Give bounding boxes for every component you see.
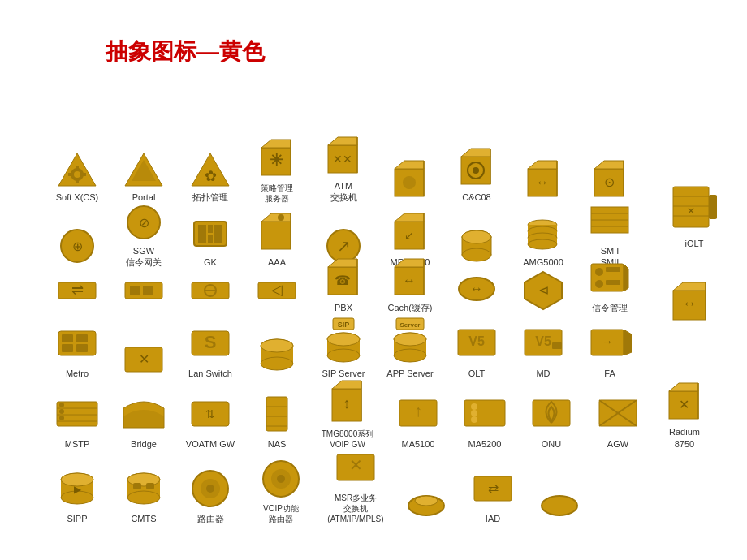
svg-marker-97 (624, 264, 628, 291)
icon-unknown9[interactable] (178, 256, 243, 313)
svg-point-94 (595, 280, 603, 288)
svg-text:⇌: ⇌ (71, 282, 84, 298)
svg-text:✕: ✕ (687, 205, 695, 217)
icon-voatmgw[interactable]: ⇅ VOATM GW (178, 392, 243, 450)
icon-router[interactable]: 路由器 (178, 467, 243, 524)
icon-iad[interactable]: ⇄ IAD (460, 467, 525, 524)
icon-sigling[interactable]: 信令管理 (577, 256, 642, 313)
svg-text:⊙: ⊙ (604, 175, 615, 189)
svg-point-93 (595, 268, 603, 276)
svg-point-136 (59, 409, 64, 414)
svg-rect-6 (83, 173, 86, 176)
svg-rect-43 (208, 235, 213, 243)
svg-marker-29 (528, 161, 557, 169)
icon-topology[interactable]: ✿ 拓扑管理 (178, 147, 243, 204)
icon-portal[interactable]: Portal (111, 147, 176, 204)
svg-text:▶: ▶ (74, 484, 82, 495)
icon-policy[interactable]: ✳ 策略管理服务器 (244, 136, 309, 204)
icon-cc08[interactable]: C&C08 (444, 145, 509, 203)
svg-rect-101 (62, 344, 73, 352)
svg-text:◁: ◁ (271, 282, 283, 298)
icon-unknown3[interactable]: ⊙ (577, 147, 642, 204)
icon-unknown1[interactable] (378, 147, 443, 204)
icon-unknown13[interactable]: ✕ (111, 322, 176, 379)
svg-point-22 (403, 176, 416, 189)
svg-rect-150 (464, 400, 505, 426)
svg-marker-145 (332, 381, 361, 389)
svg-point-48 (278, 214, 284, 221)
svg-marker-12 (261, 140, 291, 148)
svg-text:↑: ↑ (414, 402, 422, 420)
icon-olt[interactable]: V5 OLT (444, 321, 509, 379)
svg-text:⇅: ⇅ (205, 407, 215, 420)
icon-unknown12[interactable]: ⊲ (511, 256, 576, 313)
svg-point-116 (327, 333, 360, 346)
svg-marker-16 (328, 137, 357, 145)
icon-md[interactable]: V5 MD (511, 321, 576, 379)
icon-bridge[interactable]: Bridge (111, 392, 176, 450)
icon-nas[interactable]: NAS (244, 392, 309, 450)
icon-tmg8000[interactable]: ↕ TMG8000系列VOIP GW (311, 377, 384, 450)
svg-rect-41 (198, 225, 206, 243)
svg-point-121 (394, 349, 426, 362)
svg-text:↗: ↗ (337, 237, 351, 255)
svg-marker-81 (328, 259, 357, 267)
svg-rect-172 (146, 483, 154, 489)
icon-radium8750[interactable]: ✕ Radium8750 (652, 380, 717, 450)
svg-point-58 (462, 230, 491, 243)
icon-pbx[interactable]: ☎ PBX (311, 256, 376, 313)
icon-mstp[interactable]: MSTP (45, 392, 110, 450)
icon-unknown11[interactable]: ↔ (444, 256, 509, 313)
svg-rect-102 (76, 344, 88, 352)
svg-point-65 (528, 239, 557, 249)
svg-text:✕✕: ✕✕ (333, 153, 352, 166)
icon-fa[interactable]: → FA (577, 321, 642, 379)
icon-agw[interactable]: AGW (585, 392, 650, 450)
svg-text:⇄: ⇄ (488, 481, 499, 495)
icon-sipserver[interactable]: SIP SIP Server (311, 317, 376, 379)
svg-marker-46 (261, 213, 291, 222)
icon-special-right[interactable]: ↔ (662, 274, 727, 330)
svg-point-182 (415, 496, 438, 506)
icon-msr[interactable]: ✕ MSR多业务交换机(ATM/IP/MPLS) (319, 446, 392, 524)
icon-metro[interactable]: Metro (45, 321, 110, 379)
icon-ma5200[interactable]: MA5200 (452, 392, 517, 450)
icon-voipfunc[interactable]: VOIP功能路由器 (244, 457, 317, 524)
svg-marker-129 (624, 330, 632, 355)
page-title: 抽象图标—黄色 (106, 37, 265, 67)
icon-unknown14[interactable] (244, 322, 309, 379)
svg-rect-3 (76, 166, 79, 169)
icon-ma5100[interactable]: ↑ MA5100 (386, 392, 451, 450)
icon-cache[interactable]: ↔ Cach(缓存) (378, 256, 443, 313)
svg-text:V5: V5 (468, 334, 485, 348)
icon-lanswitch[interactable]: S Lan Switch (178, 321, 243, 379)
icon-onu[interactable]: ONU (519, 392, 584, 450)
icon-unknown10[interactable]: ◁ (244, 256, 309, 313)
icon-atm[interactable]: ✕✕ ATM交换机 (311, 134, 376, 204)
icon-softx[interactable]: Soft X(CS) (45, 147, 110, 204)
svg-text:✿: ✿ (205, 168, 217, 184)
icon-unknown16[interactable] (527, 467, 592, 524)
icon-cmts[interactable]: CMTS (111, 467, 176, 524)
svg-marker-193 (673, 282, 706, 291)
svg-text:↕: ↕ (343, 395, 351, 411)
icon-unknown2[interactable]: ↔ (511, 147, 576, 204)
svg-text:⊲: ⊲ (538, 283, 549, 297)
svg-marker-85 (395, 259, 424, 267)
svg-point-2 (74, 171, 80, 178)
svg-rect-96 (606, 280, 620, 285)
icon-iolt[interactable]: ✕ iOLT (662, 179, 727, 249)
svg-rect-45 (261, 222, 291, 249)
icon-unknown15[interactable] (394, 467, 459, 524)
svg-point-135 (59, 403, 64, 407)
svg-marker-24 (461, 149, 490, 157)
svg-marker-33 (594, 161, 624, 169)
svg-text:⊘: ⊘ (139, 216, 149, 230)
icon-unknown8[interactable] (111, 256, 176, 313)
icon-appserver[interactable]: Server APP Server (378, 317, 443, 379)
svg-rect-100 (76, 334, 88, 342)
icon-sipp[interactable]: ▶ SIPP (45, 467, 110, 524)
icon-unknown7[interactable]: ⇌ (45, 256, 110, 313)
svg-rect-4 (76, 180, 79, 183)
svg-marker-20 (395, 161, 424, 169)
